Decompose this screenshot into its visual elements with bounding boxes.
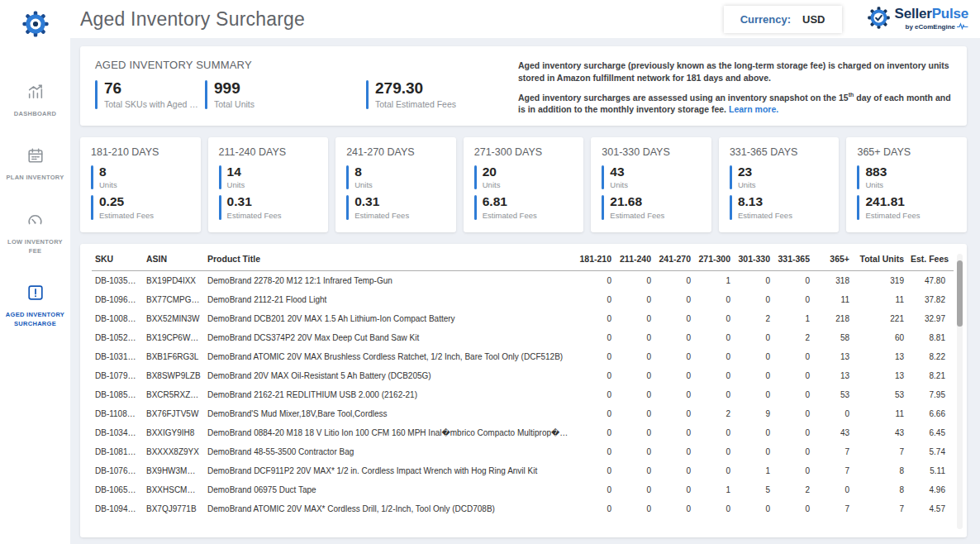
alert-box-icon [26, 284, 45, 305]
bucket-units-label: Units [99, 180, 117, 189]
bucket-fees-kpi: 21.68 Estimated Fees [602, 195, 701, 219]
asin-cell: BXCR5RXZTC [143, 385, 204, 404]
count-271-300-cell: 0 [694, 442, 734, 461]
count-301-330-cell: 0 [734, 385, 773, 404]
bucket-units-value: 883 [865, 165, 887, 179]
count-365-plus-cell: 0 [813, 404, 853, 423]
brand-logo: SellerPulse by eComEngine [867, 6, 968, 33]
kpi-total-units: 999 Total Units [205, 80, 366, 109]
count-271-300-cell: 0 [694, 290, 734, 309]
count-211-240-cell: 0 [615, 290, 654, 309]
asin-cell: BX76FJTV5W [143, 404, 204, 423]
kpi-accent-bar [730, 165, 732, 189]
sidebar-item-aged-inventory-surcharge[interactable]: AGED INVENTORY SURCHARGE [3, 284, 68, 329]
table-row: DB-10963-AABX77CMPGNFDemoBrand 2112-21 F… [92, 290, 954, 309]
column-header-331-365[interactable]: 331-365 [773, 246, 813, 271]
kpi-accent-bar [219, 165, 221, 189]
bucket-fees-value: 0.31 [354, 195, 409, 208]
bucket-units-label: Units [354, 180, 373, 189]
count-211-240-cell: 0 [615, 480, 654, 499]
bucket-units-value: 14 [227, 165, 245, 179]
column-header-271-300[interactable]: 271-300 [694, 246, 734, 271]
total-units-cell: 53 [853, 385, 907, 404]
count-331-365-cell: 0 [773, 461, 813, 480]
bucket-fees-label: Estimated Fees [865, 211, 920, 220]
bucket-units-kpi: 20 Units [474, 165, 573, 189]
column-header-est-fees[interactable]: Est. Fees [907, 246, 954, 271]
bucket-title: 271-300 DAYS [474, 146, 573, 158]
count-241-270-cell: 0 [654, 366, 694, 385]
bucket-title: 181-210 DAYS [91, 146, 190, 158]
kpi-accent-bar [857, 165, 859, 189]
sku-cell: DB-10795-AA [92, 366, 143, 385]
count-271-300-cell: 0 [694, 309, 734, 328]
sku-cell: DB-10529-AA [92, 328, 143, 347]
asin-cell: BX77CMPGNF [143, 290, 204, 309]
kpi-accent-bar [730, 195, 732, 219]
column-header-sku[interactable]: SKU [92, 246, 143, 271]
product-title-cell: DemoBrand DCB201 20V MAX 1.5 Ah Lithium-… [204, 309, 575, 328]
learn-more-link[interactable]: Learn more. [729, 104, 778, 114]
bucket-fees-label: Estimated Fees [738, 211, 792, 220]
bucket-units-label: Units [738, 180, 756, 189]
column-header-211-240[interactable]: 211-240 [615, 246, 654, 271]
sidebar-item-label: LOW INVENTORY FEE [3, 237, 68, 256]
total-units-cell: 43 [853, 423, 907, 442]
count-241-270-cell: 0 [654, 404, 694, 423]
count-211-240-cell: 0 [615, 366, 654, 385]
total-units-cell: 11 [853, 290, 907, 309]
table-row: DB-11083-AABX76FJTV5WDemoBrand'S Mud Mix… [92, 404, 954, 423]
column-header-241-270[interactable]: 241-270 [654, 246, 694, 271]
count-301-330-cell: 0 [734, 499, 773, 518]
count-365-plus-cell: 218 [813, 309, 853, 328]
count-365-plus-cell: 58 [813, 328, 853, 347]
column-header-asin[interactable]: ASIN [143, 246, 204, 271]
bucket-units-value: 43 [610, 165, 628, 179]
sidebar-item-plan-inventory[interactable]: PLAN INVENTORY [3, 146, 68, 182]
column-header-total-units[interactable]: Total Units [853, 246, 907, 271]
est-fees-cell: 32.97 [907, 309, 954, 328]
count-271-300-cell: 1 [694, 480, 734, 499]
currency-selector[interactable]: Currency: USD [724, 6, 842, 33]
count-211-240-cell: 0 [615, 404, 654, 423]
total-units-cell: 8 [853, 461, 907, 480]
column-header-365+[interactable]: 365+ [813, 246, 853, 271]
brand-name: SellerPulse [895, 7, 968, 21]
count-271-300-cell: 0 [694, 499, 734, 518]
app-logo[interactable] [21, 10, 50, 41]
day-buckets-row: 181-210 DAYS 8 Units 0.25 Estimated Fees… [80, 137, 967, 232]
table-row: DB-10948-AABX7QJ9771BDemoBrand ATOMIC 20… [92, 499, 954, 518]
count-211-240-cell: 0 [615, 442, 654, 461]
kpi-label: Total Units [214, 99, 255, 109]
bucket-units-kpi: 23 Units [730, 165, 829, 189]
column-header-product-title[interactable]: Product Title [204, 246, 575, 271]
bucket-units-label: Units [227, 180, 245, 189]
count-301-330-cell: 0 [734, 442, 773, 461]
bucket-fees-kpi: 6.81 Estimated Fees [474, 195, 573, 219]
sidebar-item-low-inventory-fee[interactable]: LOW INVENTORY FEE [3, 211, 68, 256]
count-271-300-cell: 0 [694, 385, 734, 404]
sidebar-item-dashboard[interactable]: DASHBOARD [3, 83, 68, 118]
asin-cell: BX7QJ9771B [143, 499, 204, 518]
count-331-365-cell: 0 [773, 290, 813, 309]
column-header-181-210[interactable]: 181-210 [575, 246, 615, 271]
day-bucket-card: 271-300 DAYS 20 Units 6.81 Estimated Fee… [464, 137, 584, 232]
count-271-300-cell: 1 [694, 270, 734, 290]
count-365-plus-cell: 7 [813, 442, 853, 461]
count-365-plus-cell: 13 [813, 347, 853, 366]
gauge-icon [26, 211, 45, 232]
column-header-301-330[interactable]: 301-330 [734, 246, 773, 271]
table-row: DB-10768-AABX9HW3MSV4DemoBrand DCF911P2 … [92, 461, 954, 480]
kpi-total-skus: 76 Total SKUs with Aged Invent... [95, 80, 205, 109]
gear-check-icon [867, 6, 891, 33]
table-scrollbar[interactable] [957, 254, 963, 529]
count-241-270-cell: 0 [654, 290, 694, 309]
bar-chart-icon [26, 83, 45, 104]
page-content: AGED INVENTORY SUMMARY 76 Total SKUs wit… [70, 38, 980, 544]
sidebar-item-label: AGED INVENTORY SURCHARGE [3, 310, 68, 329]
brand-byline-text: by eComEngine [906, 23, 955, 31]
description-paragraph-2: Aged inventory surcharges are assessed u… [518, 91, 952, 116]
count-365-plus-cell: 318 [813, 270, 853, 290]
scrollbar-thumb[interactable] [957, 260, 963, 327]
product-title-cell: DemoBrand 2278-20 M12 12:1 Infrared Temp… [204, 270, 575, 290]
